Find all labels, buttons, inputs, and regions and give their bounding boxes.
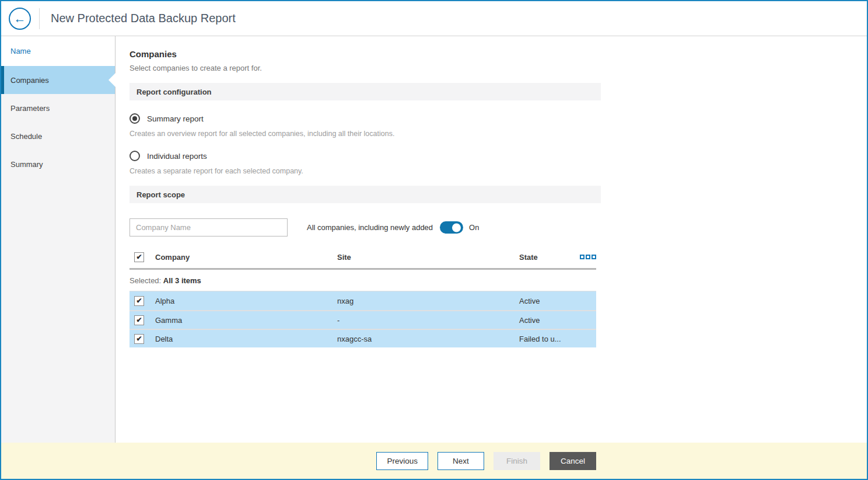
wizard-header: ← New Protected Data Backup Report xyxy=(1,1,867,36)
cell-state: Active xyxy=(519,297,578,305)
row-checkbox[interactable]: ✔ xyxy=(134,315,144,325)
radio-summary-description: Creates an overview report for all selec… xyxy=(130,130,867,138)
back-button[interactable]: ← xyxy=(9,8,31,30)
cell-company: Delta xyxy=(155,335,337,343)
sidebar-item-label: Schedule xyxy=(10,132,42,141)
finish-button: Finish xyxy=(494,452,540,470)
section-report-scope: Report scope xyxy=(130,186,601,203)
cell-site: - xyxy=(337,316,519,325)
cell-site: nxag xyxy=(337,297,519,305)
wizard-steps-sidebar: Name Companies Parameters Schedule Summa… xyxy=(1,36,116,443)
check-icon: ✔ xyxy=(136,335,142,343)
companies-table: ✔ Company Site State Selected: All 3 ite… xyxy=(130,247,596,347)
radio-label: Individual reports xyxy=(147,152,207,161)
radio-summary-report[interactable]: Summary report xyxy=(130,113,204,124)
sidebar-item-companies[interactable]: Companies xyxy=(1,66,115,94)
select-all-checkbox[interactable]: ✔ xyxy=(134,252,144,262)
sidebar-item-label: Parameters xyxy=(10,104,50,113)
header-divider xyxy=(39,8,40,29)
previous-button[interactable]: Previous xyxy=(376,452,428,470)
section-report-configuration: Report configuration xyxy=(130,83,601,100)
table-row[interactable]: ✔ Alpha nxag Active xyxy=(130,291,596,310)
column-header-state: State xyxy=(519,253,578,262)
sidebar-item-label: Companies xyxy=(10,76,49,85)
cell-state: Active xyxy=(519,316,578,325)
row-checkbox[interactable]: ✔ xyxy=(134,296,144,306)
column-header-company: Company xyxy=(155,253,337,262)
row-checkbox[interactable]: ✔ xyxy=(134,334,144,344)
section-title: Report scope xyxy=(136,190,185,199)
check-icon: ✔ xyxy=(136,297,142,305)
selection-summary: Selected: All 3 items xyxy=(130,270,596,291)
sidebar-item-schedule[interactable]: Schedule xyxy=(1,122,115,150)
radio-icon[interactable] xyxy=(130,113,140,124)
sidebar-item-label: Summary xyxy=(10,160,43,169)
section-title: Report configuration xyxy=(136,88,212,96)
back-arrow-icon: ← xyxy=(14,12,26,25)
column-header-site: Site xyxy=(337,253,519,262)
toggle-state-text: On xyxy=(469,223,479,232)
all-companies-toggle-label: All companies, including newly added xyxy=(307,223,433,232)
sidebar-item-summary[interactable]: Summary xyxy=(1,150,115,178)
radio-individual-description: Creates a separate report for each selec… xyxy=(130,167,867,175)
selected-count: All 3 items xyxy=(163,276,201,285)
step-subheading: Select companies to create a report for. xyxy=(130,64,867,72)
next-button[interactable]: Next xyxy=(438,452,484,470)
wizard-footer: Previous Next Finish Cancel xyxy=(1,443,867,479)
cell-company: Gamma xyxy=(155,316,337,325)
sidebar-item-parameters[interactable]: Parameters xyxy=(1,94,115,122)
radio-individual-reports[interactable]: Individual reports xyxy=(130,151,207,161)
table-body: ✔ Alpha nxag Active ✔ Gamma - Active xyxy=(130,291,596,347)
scope-filter-row: All companies, including newly added On xyxy=(130,218,601,236)
page-title: New Protected Data Backup Report xyxy=(51,12,236,25)
all-companies-toggle[interactable] xyxy=(440,221,463,234)
radio-icon[interactable] xyxy=(130,151,140,161)
sidebar-item-name[interactable]: Name xyxy=(1,36,115,66)
check-icon: ✔ xyxy=(136,316,142,324)
company-name-filter-input[interactable] xyxy=(130,218,288,236)
cell-state: Failed to u... xyxy=(519,335,578,343)
table-row[interactable]: ✔ Delta nxagcc-sa Failed to u... xyxy=(130,329,596,347)
table-header-row: ✔ Company Site State xyxy=(130,247,596,267)
check-icon: ✔ xyxy=(136,253,142,261)
cancel-button[interactable]: Cancel xyxy=(550,452,596,470)
column-chooser-icon[interactable] xyxy=(580,255,596,259)
radio-label: Summary report xyxy=(147,114,204,123)
selected-prefix: Selected: xyxy=(130,276,161,285)
cell-site: nxagcc-sa xyxy=(337,335,519,343)
cell-company: Alpha xyxy=(155,297,337,305)
step-content: Companies Select companies to create a r… xyxy=(116,36,867,443)
sidebar-item-label: Name xyxy=(10,47,31,55)
step-heading: Companies xyxy=(130,49,867,59)
table-row[interactable]: ✔ Gamma - Active xyxy=(130,310,596,329)
